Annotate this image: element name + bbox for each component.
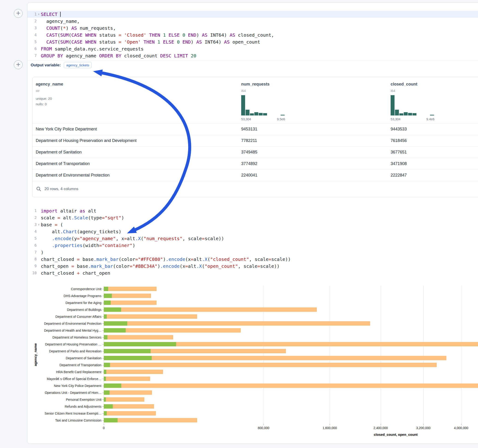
- code-token: ): [66, 25, 71, 31]
- search-icon[interactable]: [36, 187, 41, 193]
- code-token: BY: [116, 53, 121, 59]
- fold-spacer: [37, 45, 41, 52]
- code-token: [41, 25, 46, 31]
- code-token: =: [77, 236, 80, 241]
- histogram-bar: [391, 95, 395, 115]
- histogram-bar: [281, 115, 284, 115]
- code-line[interactable]: 1import altair as alt: [27, 207, 478, 214]
- python-code-cell[interactable]: 1import altair as alt2scale = alt.Scale(…: [27, 207, 478, 277]
- code-token: CAST: [46, 32, 57, 38]
- output-variable-pill[interactable]: agency_tickets: [64, 62, 91, 68]
- code-token: *: [63, 25, 66, 31]
- x-tick-label: 2,400,000: [374, 426, 388, 430]
- code-line[interactable]: 4 alt.Chart(agency_tickets): [27, 228, 478, 235]
- line-number: 8: [27, 256, 37, 263]
- code-line[interactable]: 8chart_closed = base.mark_bar(color="#FF…: [27, 256, 478, 263]
- chart-bar-closed: [104, 307, 317, 312]
- table-cell: 3774892: [241, 158, 257, 169]
- code-token: .X: [196, 263, 202, 269]
- code-token: CASE: [71, 39, 82, 45]
- chart-bar-closed: [104, 321, 370, 326]
- code-token: "#FFC080": [138, 256, 163, 262]
- table-row[interactable]: Department of Housing Preservation and D…: [32, 135, 478, 146]
- code-text: SELECT: [41, 11, 61, 18]
- add-cell-button-top[interactable]: +: [14, 9, 23, 18]
- code-token: AS: [71, 25, 77, 31]
- table-row[interactable]: Department of Transportation377489234719…: [32, 158, 478, 169]
- code-line[interactable]: 6 .properties(width="container"): [27, 242, 478, 249]
- fold-spacer: [37, 249, 41, 256]
- code-token: INT64): [208, 32, 230, 38]
- code-line[interactable]: 2 agency_name,: [27, 18, 478, 25]
- code-token: FROM: [41, 46, 52, 52]
- code-line[interactable]: 7GROUP BY agency_name ORDER BY closed_co…: [27, 52, 478, 59]
- y-axis-label: Correspondence Unit: [32, 286, 104, 292]
- chart-bar-open: [104, 377, 106, 381]
- code-token: (x: [180, 263, 185, 269]
- chart-bar-closed: [104, 418, 197, 423]
- code-token: [174, 39, 177, 45]
- code-token: (width: [82, 243, 99, 248]
- code-token: scale)): [260, 263, 279, 269]
- code-line[interactable]: 1∨SELECT: [27, 11, 478, 18]
- fold-chevron-icon[interactable]: ∨: [37, 221, 41, 228]
- y-axis-label: Taxi and Limousine Commission: [32, 417, 104, 424]
- histogram-bar: [408, 113, 412, 115]
- table-cell: 2240041: [241, 170, 257, 181]
- code-line[interactable]: 3 COUNT(*) AS num_requests,: [27, 25, 478, 31]
- code-line[interactable]: 4 CAST(SUM(CASE WHEN status = 'Closed' T…: [27, 31, 478, 38]
- code-token: AS: [224, 39, 230, 45]
- table-cell: 9453131: [241, 124, 257, 135]
- add-cell-button-middle[interactable]: +: [14, 60, 23, 69]
- y-axis-label-text: Personal Exemption Unit: [66, 398, 101, 401]
- chart-bar-closed: [104, 300, 157, 305]
- code-token: base: [80, 256, 94, 262]
- code-token: THEN: [144, 39, 155, 45]
- y-axis-label-text: Department of Consumer Affairs: [55, 315, 101, 318]
- code-token: [141, 39, 144, 45]
- code-token: ): [191, 39, 196, 45]
- table-row[interactable]: Department of Sanitation37494853677651: [32, 146, 478, 158]
- table-row[interactable]: Department of Environmental Protection22…: [32, 169, 478, 181]
- code-token: ): [121, 215, 124, 221]
- code-line[interactable]: 5 .encode(y="agency_name", x=alt.X("num_…: [27, 235, 478, 242]
- code-token: alt: [188, 263, 196, 269]
- range-min: 53,304: [241, 117, 251, 121]
- code-token: (: [69, 32, 71, 38]
- table-cell: 3471908: [391, 158, 407, 169]
- chart-bar-open: [104, 411, 107, 416]
- y-axis-label-text: Department of Environmental Protection: [44, 322, 101, 325]
- code-line[interactable]: 10chart_closed + chart_open: [27, 270, 478, 277]
- code-token: (color: [113, 263, 130, 269]
- code-token: (: [202, 263, 205, 269]
- code-line[interactable]: 9chart_open = base.mark_bar(color="#8BC3…: [27, 263, 478, 270]
- line-number: 1: [27, 11, 37, 18]
- chart-row: [104, 382, 478, 389]
- chart-bar-closed: [104, 314, 197, 319]
- code-line[interactable]: 6FROM sample_data.nyc.service_requests: [27, 45, 478, 52]
- x-tick-mark: [423, 424, 424, 425]
- code-token: chart_closed: [41, 270, 77, 276]
- column-name: agency_name: [36, 82, 63, 87]
- code-token: chart_closed: [41, 256, 77, 262]
- sql-code-cell[interactable]: 1∨SELECT 2 agency_name,3 COUNT(*) AS num…: [27, 11, 478, 59]
- code-token: num_requests,: [77, 25, 116, 31]
- column-type: i64: [241, 89, 246, 93]
- code-token: AS: [202, 32, 208, 38]
- code-token: .X: [135, 236, 141, 241]
- y-axis-label: Department of Housing Preservation …: [32, 341, 104, 348]
- fold-spacer: [37, 52, 41, 59]
- code-token: +: [77, 270, 80, 276]
- code-token: (: [57, 32, 60, 38]
- table-row[interactable]: New York City Police Department945313194…: [32, 123, 478, 135]
- range-min: 53,304: [391, 117, 401, 121]
- code-token: .Scale: [71, 215, 88, 221]
- code-line[interactable]: 2scale = alt.Scale(type="sqrt"): [27, 214, 478, 221]
- code-token: [41, 243, 52, 248]
- code-line[interactable]: 3∨base = (: [27, 221, 478, 228]
- code-line[interactable]: 7): [27, 249, 478, 256]
- code-line[interactable]: 5 CAST(SUM(CASE WHEN status = 'Open' THE…: [27, 38, 478, 45]
- code-text: CAST(SUM(CASE WHEN status = 'Closed' THE…: [41, 31, 274, 38]
- code-text: CAST(SUM(CASE WHEN status = 'Open' THEN …: [41, 38, 260, 45]
- fold-chevron-icon[interactable]: ∨: [37, 11, 41, 18]
